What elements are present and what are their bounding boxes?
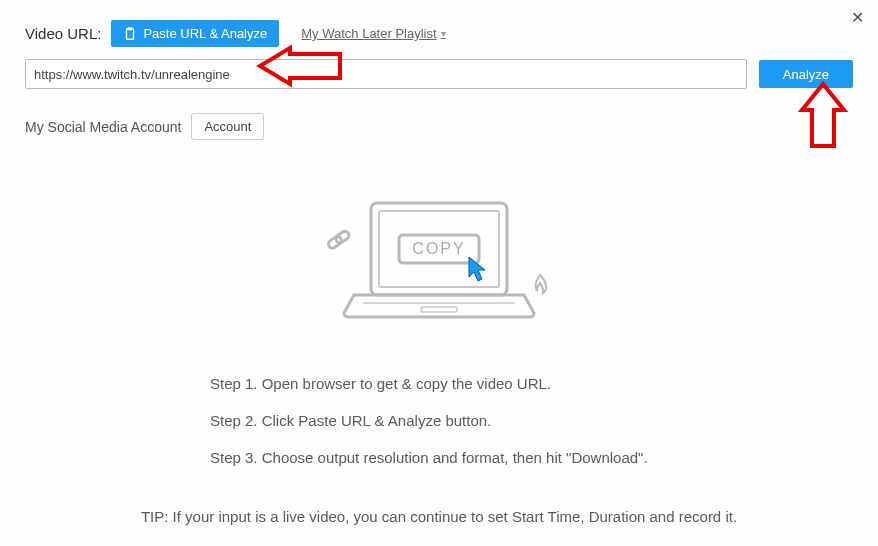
step-3-text: Step 3. Choose output resolution and for…	[210, 449, 648, 466]
chevron-down-icon: ▾	[441, 28, 446, 39]
step-2-text: Step 2. Click Paste URL & Analyze button…	[210, 412, 491, 429]
header-row: Video URL: Paste URL & Analyze My Watch …	[0, 0, 878, 55]
video-url-input[interactable]	[25, 59, 747, 89]
close-icon[interactable]: ✕	[851, 8, 864, 27]
laptop-illustration: COPY	[309, 195, 569, 335]
cursor-icon	[469, 257, 485, 281]
account-button[interactable]: Account	[191, 113, 264, 140]
social-account-label: My Social Media Account	[25, 119, 181, 135]
paste-url-analyze-button[interactable]: Paste URL & Analyze	[111, 20, 279, 47]
watch-later-label: My Watch Later Playlist	[301, 26, 436, 41]
paste-button-label: Paste URL & Analyze	[143, 26, 267, 41]
url-input-row: Analyze	[0, 55, 878, 93]
clipboard-icon	[123, 27, 137, 41]
watch-later-link[interactable]: My Watch Later Playlist ▾	[301, 26, 445, 41]
step-1-text: Step 1. Open browser to get & copy the v…	[210, 375, 551, 392]
copy-button-text: COPY	[412, 240, 465, 257]
svg-rect-0	[127, 28, 134, 39]
svg-rect-8	[421, 307, 457, 312]
steps-list: Step 1. Open browser to get & copy the v…	[0, 375, 878, 466]
video-url-label: Video URL:	[25, 25, 101, 42]
illustration-area: COPY	[0, 195, 878, 335]
svg-rect-3	[334, 230, 350, 245]
tip-text: TIP: If your input is a live video, you …	[0, 508, 878, 525]
analyze-button[interactable]: Analyze	[759, 60, 853, 88]
social-account-row: My Social Media Account Account	[0, 93, 878, 140]
